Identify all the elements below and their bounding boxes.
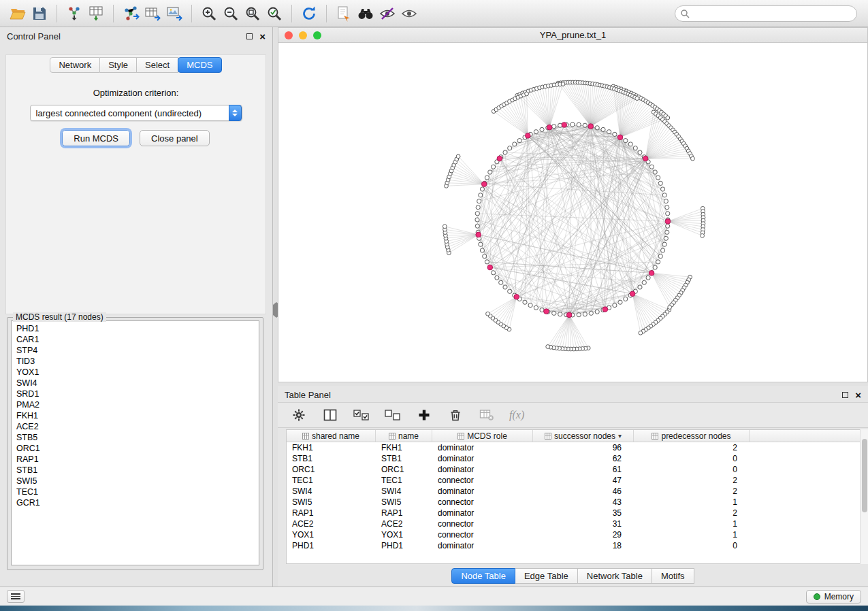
mcds-result-item[interactable]: CAR1 <box>12 334 259 345</box>
graph-node[interactable] <box>658 181 662 185</box>
graph-leaf-node[interactable] <box>443 225 447 229</box>
graph-leaf-node[interactable] <box>635 97 639 101</box>
graph-dominator-node[interactable] <box>602 307 608 312</box>
graph-node[interactable] <box>552 125 556 129</box>
graph-node[interactable] <box>607 130 611 134</box>
graph-node[interactable] <box>642 280 646 284</box>
graph-node[interactable] <box>666 224 670 228</box>
graph-node[interactable] <box>601 127 605 131</box>
zoom-in-button[interactable] <box>198 3 220 24</box>
graph-leaf-node[interactable] <box>666 116 670 120</box>
graph-node[interactable] <box>662 242 666 246</box>
new-network-button[interactable] <box>120 3 142 24</box>
graph-leaf-node[interactable] <box>486 312 490 316</box>
graph-dominator-node[interactable] <box>617 135 623 140</box>
graph-node[interactable] <box>508 146 512 150</box>
graph-dominator-node[interactable] <box>630 291 635 297</box>
delete-column-button[interactable] <box>447 408 464 423</box>
mcds-result-item[interactable]: ACE2 <box>12 421 259 432</box>
graph-node[interactable] <box>540 127 544 131</box>
table-row[interactable]: YOX1YOX1connector291 <box>287 529 861 540</box>
graph-node[interactable] <box>665 205 669 210</box>
open-session-button[interactable] <box>7 3 29 24</box>
table-row[interactable]: SWI5SWI5connector431 <box>287 497 861 508</box>
graph-leaf-node[interactable] <box>668 306 672 310</box>
vertical-splitter[interactable] <box>273 27 278 587</box>
graph-node[interactable] <box>665 230 669 234</box>
table-row[interactable]: SWI4SWI4dominator462 <box>287 486 861 497</box>
table-row[interactable]: ORC1ORC1dominator610 <box>287 464 861 475</box>
graph-node[interactable] <box>477 199 481 203</box>
graph-node[interactable] <box>492 271 496 275</box>
task-history-button[interactable] <box>7 590 25 603</box>
show-all-button[interactable] <box>398 3 420 24</box>
graph-node[interactable] <box>483 254 487 259</box>
mcds-result-item[interactable]: SWI5 <box>12 476 259 486</box>
graph-node[interactable] <box>649 165 654 169</box>
export-image-button[interactable] <box>163 3 185 24</box>
network-canvas[interactable] <box>278 43 867 382</box>
graph-node[interactable] <box>583 312 587 316</box>
share-document-button[interactable] <box>333 3 355 24</box>
graph-node[interactable] <box>517 139 521 143</box>
table-row[interactable]: FKH1FKH1dominator962 <box>287 442 861 453</box>
hide-selected-button[interactable] <box>376 3 398 24</box>
column-header-MCDS-role[interactable]: MCDS role <box>432 430 533 442</box>
table-row[interactable]: STB1STB1dominator620 <box>287 453 861 464</box>
mcds-result-item[interactable]: STP4 <box>12 345 259 356</box>
search-input[interactable] <box>675 5 857 22</box>
graph-node[interactable] <box>656 260 660 264</box>
graph-dominator-node[interactable] <box>665 219 671 225</box>
graph-node[interactable] <box>628 142 632 146</box>
graph-node[interactable] <box>613 132 617 136</box>
graph-node[interactable] <box>492 165 496 169</box>
graph-node[interactable] <box>534 130 538 134</box>
network-view[interactable] <box>278 43 867 382</box>
save-session-button[interactable] <box>29 3 50 24</box>
close-panel-icon[interactable]: × <box>259 31 266 42</box>
graph-node[interactable] <box>475 212 479 216</box>
tab-network[interactable]: Network <box>50 57 100 73</box>
float-table-panel-icon[interactable] <box>842 392 848 398</box>
search-network-button[interactable] <box>355 3 376 24</box>
graph-dominator-node[interactable] <box>649 271 654 276</box>
graph-leaf-node[interactable] <box>525 92 529 96</box>
graph-node[interactable] <box>485 176 489 180</box>
graph-node[interactable] <box>646 276 650 280</box>
graph-node[interactable] <box>503 150 507 154</box>
graph-node[interactable] <box>624 139 628 143</box>
select-all-rows-button[interactable] <box>353 408 370 423</box>
graph-dominator-node[interactable] <box>526 133 531 139</box>
run-mcds-button[interactable]: Run MCDS <box>62 130 130 146</box>
graph-dominator-node[interactable] <box>566 312 572 318</box>
zoom-selected-button[interactable] <box>263 3 285 24</box>
graph-node[interactable] <box>480 187 484 191</box>
graph-dominator-node[interactable] <box>544 309 549 314</box>
graph-node[interactable] <box>653 265 657 269</box>
graph-node[interactable] <box>528 303 532 308</box>
table-settings-button[interactable] <box>290 408 308 423</box>
graph-node[interactable] <box>476 205 480 210</box>
deselect-all-rows-button[interactable] <box>384 408 402 423</box>
column-header-shared-name[interactable]: shared name <box>287 430 376 442</box>
float-panel-icon[interactable] <box>246 33 253 39</box>
criterion-dropdown[interactable]: largest connected component (undirected) <box>30 105 242 121</box>
graph-dominator-node[interactable] <box>476 232 481 237</box>
mcds-result-item[interactable]: PHD1 <box>12 323 259 334</box>
zoom-out-button[interactable] <box>220 3 242 24</box>
graph-dominator-node[interactable] <box>514 295 519 300</box>
graph-node[interactable] <box>499 280 503 284</box>
mcds-result-item[interactable]: SWI4 <box>12 378 259 389</box>
show-column-panel-button[interactable] <box>321 408 339 423</box>
graph-node[interactable] <box>638 150 642 154</box>
import-table-button[interactable] <box>85 3 107 24</box>
graph-leaf-node[interactable] <box>546 345 550 349</box>
add-column-button[interactable] <box>415 408 433 423</box>
graph-node[interactable] <box>503 285 507 289</box>
graph-dominator-node[interactable] <box>487 265 493 270</box>
graph-node[interactable] <box>589 311 593 315</box>
graph-node[interactable] <box>479 242 483 246</box>
graph-node[interactable] <box>664 236 668 240</box>
mcds-result-item[interactable]: STB5 <box>12 432 259 443</box>
graph-node[interactable] <box>495 276 499 280</box>
